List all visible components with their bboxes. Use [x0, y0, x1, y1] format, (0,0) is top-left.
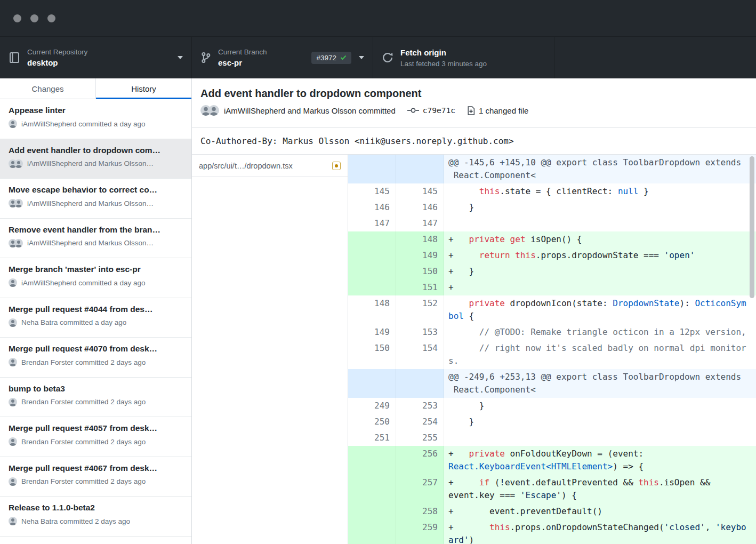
- repository-selector[interactable]: Current Repository desktop: [0, 37, 192, 78]
- old-line-number: 145: [348, 183, 396, 199]
- commit-item-title: Merge branch 'master' into esc-pr: [9, 264, 183, 275]
- commit-item-meta: Brendan Forster committed 2 days ago: [9, 437, 183, 446]
- titlebar: [0, 0, 756, 36]
- git-branch-icon: [200, 52, 211, 63]
- file-path: app/src/ui/t…/dropdown.tsx: [199, 162, 327, 170]
- commit-item[interactable]: Appease linteriAmWillShepherd committed …: [0, 99, 191, 139]
- commit-item-avatars: [9, 119, 17, 128]
- diff-row-added: 258+ event.preventDefault(): [348, 503, 756, 519]
- new-line-number: 146: [396, 199, 444, 215]
- diff-view: @@ -145,6 +145,10 @@ export class Toolba…: [348, 155, 756, 544]
- diff-area: app/src/ui/t…/dropdown.tsx @@ -145,6 +14…: [192, 155, 756, 544]
- tab-history[interactable]: History: [95, 78, 191, 99]
- commit-item-title: Add event handler to dropdown com…: [9, 145, 183, 156]
- avatar: [9, 119, 17, 128]
- diff-code-line: + this.props.onDropdownStateChanged('clo…: [444, 519, 756, 544]
- changed-files-count: 1 changed file: [479, 106, 528, 115]
- old-line-number: 249: [348, 398, 396, 414]
- commit-item-title: Remove event handler from the bran…: [9, 225, 183, 235]
- fetch-title: Fetch origin: [400, 47, 487, 58]
- diff-code-line: + private onFoldoutKeyDown = (event:Reac…: [444, 446, 756, 475]
- old-line-number: [348, 519, 396, 544]
- commit-item-meta: Brendan Forster committed 2 days ago: [9, 358, 183, 366]
- commit-item[interactable]: Merge pull request #4057 from desk…Brend…: [0, 417, 191, 457]
- old-line-number: 250: [348, 414, 396, 430]
- zoom-button[interactable]: [47, 14, 55, 22]
- commit-item-avatars: [9, 318, 17, 327]
- diff-code-line: +: [444, 279, 756, 295]
- old-line-number: [348, 247, 396, 263]
- new-line-number: 154: [396, 340, 444, 369]
- avatar: [9, 358, 17, 366]
- close-button[interactable]: [13, 14, 21, 22]
- commit-item[interactable]: Remove event handler from the bran…iAmWi…: [0, 219, 191, 259]
- branch-selector[interactable]: Current Branch esc-pr #3972: [192, 37, 373, 78]
- old-line-number: [348, 279, 396, 295]
- commit-item-avatars: [9, 437, 17, 446]
- new-line-number: 148: [396, 231, 444, 247]
- minimize-button[interactable]: [30, 14, 38, 22]
- commit-title: Add event handler to dropdown component: [200, 86, 747, 100]
- git-commit-icon: [407, 106, 419, 115]
- avatar: [9, 398, 17, 406]
- commit-item-title: Move escape behavior to correct co…: [9, 185, 183, 195]
- commit-item[interactable]: Merge pull request #4044 from des…Neha B…: [0, 298, 191, 338]
- commit-item[interactable]: Merge pull request #4072 from desk…: [0, 537, 191, 544]
- commit-item[interactable]: Merge pull request #4067 from desk…Brend…: [0, 457, 191, 497]
- old-line-number: [348, 231, 396, 247]
- new-line-number: [396, 369, 444, 398]
- diff-row-context: 145145 this.state = { clientRect: null }: [348, 183, 756, 199]
- commit-item-title: Merge pull request #4070 from desk…: [9, 343, 183, 354]
- commit-item[interactable]: Move escape behavior to correct co…iAmWi…: [0, 179, 191, 219]
- commit-item[interactable]: Merge branch 'master' into esc-priAmWill…: [0, 258, 191, 298]
- diff-row-context: 149153 // @TODO: Remake triangle octicon…: [348, 324, 756, 340]
- commit-item-meta-text: Brendan Forster committed 2 days ago: [21, 438, 146, 446]
- sidebar: Changes History Appease linteriAmWillShe…: [0, 78, 192, 544]
- diff-code-line: }: [444, 398, 756, 414]
- diff-row-context: 150154 // right now it's scaled badly on…: [348, 340, 756, 369]
- main-pane: Add event handler to dropdown component …: [192, 78, 756, 544]
- avatar: [9, 278, 17, 287]
- commit-item-meta-text: Brendan Forster committed 2 days ago: [21, 477, 146, 485]
- commit-item-avatars: [9, 159, 23, 168]
- diff-code-line: + }: [444, 263, 756, 279]
- fetch-origin-button[interactable]: Fetch origin Last fetched 3 minutes ago: [373, 37, 554, 78]
- new-line-number: 153: [396, 324, 444, 340]
- chevron-down-icon: [359, 56, 364, 59]
- changed-files-group: 1 changed file: [467, 106, 528, 115]
- diff-row-added: 150+ }: [348, 263, 756, 279]
- modified-file-icon: [332, 162, 341, 170]
- old-line-number: [348, 503, 396, 519]
- commit-item-avatars: [9, 278, 17, 287]
- new-line-number: 254: [396, 414, 444, 430]
- new-line-number: 151: [396, 279, 444, 295]
- avatar: [9, 437, 17, 446]
- commit-item-meta-text: iAmWillShepherd committed a day ago: [21, 120, 146, 128]
- commit-item[interactable]: Add event handler to dropdown com…iAmWil…: [0, 139, 191, 179]
- file-item[interactable]: app/src/ui/t…/dropdown.tsx: [192, 155, 348, 177]
- diff-code-line: @@ -249,6 +253,13 @@ export class Toolba…: [444, 369, 756, 398]
- commit-item-meta: iAmWillShepherd and Markus Olsson…: [9, 159, 183, 168]
- new-line-number: 152: [396, 295, 444, 324]
- diff-row-hunk-header: @@ -145,6 +145,10 @@ export class Toolba…: [348, 155, 756, 183]
- commit-item-meta-text: Neha Batra committed 2 days ago: [21, 517, 130, 525]
- commit-item[interactable]: bump to beta3Brendan Forster committed 2…: [0, 378, 191, 418]
- app-window: Current Repository desktop Current Branc…: [0, 0, 756, 544]
- tab-changes[interactable]: Changes: [0, 78, 95, 99]
- sync-icon: [382, 52, 393, 63]
- new-line-number: 145: [396, 183, 444, 199]
- commit-item-avatars: [9, 199, 23, 207]
- old-line-number: 150: [348, 340, 396, 369]
- commit-item-meta: Neha Batra committed a day ago: [9, 318, 183, 327]
- diff-row-context: 148152 private dropdownIcon(state: Dropd…: [348, 295, 756, 324]
- commit-item-title: Merge pull request #4057 from desk…: [9, 423, 183, 434]
- commit-item[interactable]: Merge pull request #4070 from desk…Brend…: [0, 338, 191, 378]
- commit-item-title: bump to beta3: [9, 383, 183, 394]
- commit-item-meta-text: iAmWillShepherd and Markus Olsson…: [27, 199, 154, 207]
- diff-scrollbar[interactable]: [750, 156, 754, 298]
- commit-item[interactable]: Release to 1.1.0-beta2Neha Batra committ…: [0, 497, 191, 537]
- commit-item-meta: iAmWillShepherd committed a day ago: [9, 119, 183, 128]
- commit-item-meta: Brendan Forster committed 2 days ago: [9, 477, 183, 486]
- diff-row-context: 147147: [348, 215, 756, 231]
- diff-row-context: 146146 }: [348, 199, 756, 215]
